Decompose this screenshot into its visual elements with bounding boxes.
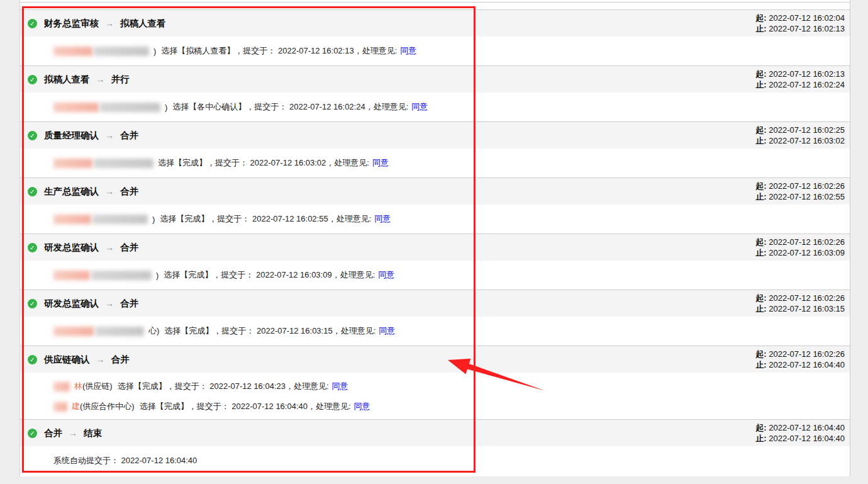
approver-dept-visible: ) bbox=[165, 103, 167, 112]
end-time: 止: 2022-07-12 16:03:15 bbox=[755, 303, 845, 314]
check-circle-icon: ✓ bbox=[28, 19, 37, 28]
start-time-value: 2022-07-12 16:04:40 bbox=[769, 423, 845, 432]
step-to-label: 合并 bbox=[120, 298, 138, 310]
approval-record: ) 选择【拟稿人查看】，提交于： 2022-07-12 16:02:13，处理意… bbox=[20, 37, 850, 65]
step-from-label: 拟稿人查看 bbox=[44, 74, 90, 86]
opinion-link[interactable]: 同意 bbox=[378, 269, 394, 281]
start-time-label: 起: bbox=[755, 13, 766, 23]
approval-record: 系统自动提交于： 2022-07-12 16:04:40 bbox=[20, 446, 850, 475]
step-times: 起: 2022-07-12 16:02:13 止: 2022-07-12 16:… bbox=[755, 69, 845, 90]
workflow-step: ✓ 研发总监确认 → 合并 起: 2022-07-12 16:02:26 止: … bbox=[20, 234, 850, 290]
step-header-band: ✓ 财务总监审核 → 拟稿人查看 起: 2022-07-12 16:02:04 … bbox=[20, 9, 850, 37]
approval-action-text: 选择【完成】，提交于： 2022-07-12 16:04:40，处理意见: bbox=[140, 401, 351, 412]
end-time-label: 止: bbox=[755, 360, 766, 369]
redacted-name-blur bbox=[53, 271, 90, 280]
workflow-step: ✓ 供应链确认 → 合并 起: 2022-07-12 16:02:26 止: 2… bbox=[20, 346, 850, 419]
approval-action-text: 选择【完成】，提交于： 2022-07-12 16:04:23，处理意见: bbox=[118, 381, 329, 392]
approver-dept-visible: 心) bbox=[148, 325, 159, 337]
approver-dept-visible: (供应合作中心) bbox=[80, 401, 135, 412]
end-time-value: 2022-07-12 16:02:55 bbox=[769, 192, 845, 201]
approval-record: 林 (供应链) 选择【完成】，提交于： 2022-07-12 16:04:23，… bbox=[20, 376, 850, 397]
approver-dept-visible: ) bbox=[153, 47, 156, 56]
approver-name-visible: 建 bbox=[72, 401, 80, 412]
step-title: ✓ 财务总监审核 → 拟稿人查看 bbox=[28, 18, 166, 30]
opinion-link[interactable]: 同意 bbox=[400, 45, 416, 57]
redacted-approver-name bbox=[53, 402, 67, 412]
end-time-value: 2022-07-12 16:04:40 bbox=[769, 434, 845, 443]
opinion-link[interactable]: 同意 bbox=[379, 325, 395, 337]
approval-record: ) 选择【完成】，提交于： 2022-07-12 16:03:09，处理意见: … bbox=[20, 261, 850, 290]
opinion-link[interactable]: 同意 bbox=[411, 101, 428, 113]
panel-top-divider bbox=[20, 2, 850, 9]
end-time: 止: 2022-07-12 16:04:40 bbox=[755, 433, 845, 444]
opinion-link[interactable]: 同意 bbox=[372, 157, 389, 169]
step-times: 起: 2022-07-12 16:02:04 止: 2022-07-12 16:… bbox=[755, 13, 845, 34]
redacted-name-blur bbox=[53, 103, 99, 112]
step-from-label: 财务总监审核 bbox=[44, 18, 99, 30]
step-to-label: 合并 bbox=[120, 130, 138, 142]
end-time-value: 2022-07-12 16:03:09 bbox=[769, 248, 845, 257]
redacted-approver-name bbox=[53, 382, 70, 391]
check-circle-icon: ✓ bbox=[28, 131, 37, 140]
step-header-band: ✓ 合并 → 结束 起: 2022-07-12 16:04:40 止: 2022… bbox=[20, 419, 850, 446]
start-time: 起: 2022-07-12 16:02:25 bbox=[755, 125, 845, 135]
opinion-link[interactable]: 同意 bbox=[332, 381, 348, 392]
step-title: ✓ 研发总监确认 → 合并 bbox=[28, 242, 138, 254]
end-time: 止: 2022-07-12 16:02:13 bbox=[755, 23, 845, 34]
opinion-link[interactable]: 同意 bbox=[354, 401, 370, 412]
workflow-step: ✓ 质量经理确认 → 合并 起: 2022-07-12 16:02:25 止: … bbox=[20, 121, 850, 177]
start-time-label: 起: bbox=[755, 423, 766, 432]
approval-action-text: 选择【完成】，提交于： 2022-07-12 16:03:15，处理意见: bbox=[164, 325, 376, 337]
step-title: ✓ 质量经理确认 → 合并 bbox=[28, 130, 138, 142]
step-title: ✓ 合并 → 结束 bbox=[28, 427, 102, 439]
step-details: 林 (供应链) 选择【完成】，提交于： 2022-07-12 16:04:23，… bbox=[20, 373, 850, 419]
approval-action-text: 选择【拟稿人查看】，提交于： 2022-07-12 16:02:13，处理意见: bbox=[161, 45, 397, 57]
start-time-value: 2022-07-12 16:02:26 bbox=[769, 237, 845, 247]
step-to-label: 拟稿人查看 bbox=[120, 18, 166, 30]
step-to-label: 并行 bbox=[111, 74, 130, 86]
start-time: 起: 2022-07-12 16:02:13 bbox=[755, 69, 845, 79]
approver-dept-visible: ) bbox=[156, 271, 159, 280]
step-to-label: 合并 bbox=[120, 242, 138, 254]
opinion-link[interactable]: 同意 bbox=[374, 213, 391, 225]
check-circle-icon: ✓ bbox=[28, 355, 37, 364]
approval-record: 心) 选择【完成】，提交于： 2022-07-12 16:03:15，处理意见:… bbox=[20, 317, 850, 346]
start-time: 起: 2022-07-12 16:02:26 bbox=[755, 181, 845, 191]
start-time-label: 起: bbox=[755, 237, 766, 247]
approval-record: 建 (供应合作中心) 选择【完成】，提交于： 2022-07-12 16:04:… bbox=[20, 397, 850, 417]
step-times: 起: 2022-07-12 16:02:25 止: 2022-07-12 16:… bbox=[755, 125, 845, 146]
workflow-step: ✓ 生产总监确认 → 合并 起: 2022-07-12 16:02:26 止: … bbox=[20, 177, 850, 234]
step-details: ) 选择【完成】，提交于： 2022-07-12 16:02:55，处理意见: … bbox=[20, 205, 850, 234]
approver-name-visible: 林 bbox=[74, 381, 82, 392]
arrow-right-icon: → bbox=[96, 354, 105, 364]
step-title: ✓ 研发总监确认 → 合并 bbox=[28, 298, 138, 310]
step-times: 起: 2022-07-12 16:02:26 止: 2022-07-12 16:… bbox=[755, 349, 845, 370]
step-header-band: ✓ 研发总监确认 → 合并 起: 2022-07-12 16:02:26 止: … bbox=[20, 234, 850, 261]
step-header-band: ✓ 质量经理确认 → 合并 起: 2022-07-12 16:02:25 止: … bbox=[20, 121, 850, 149]
step-from-label: 合并 bbox=[44, 427, 62, 439]
step-details: 系统自动提交于： 2022-07-12 16:04:40 bbox=[20, 446, 850, 475]
check-circle-icon: ✓ bbox=[28, 243, 37, 252]
step-title: ✓ 供应链确认 → 合并 bbox=[28, 354, 130, 366]
redacted-approver-name bbox=[53, 159, 153, 168]
approval-action-text: 系统自动提交于： 2022-07-12 16:04:40 bbox=[53, 455, 197, 466]
end-time-label: 止: bbox=[755, 136, 766, 145]
end-time-value: 2022-07-12 16:02:24 bbox=[769, 80, 845, 89]
start-time-label: 起: bbox=[755, 69, 766, 79]
arrow-right-icon: → bbox=[69, 428, 77, 438]
redacted-dept-blur bbox=[91, 271, 152, 280]
step-details: 选择【完成】，提交于： 2022-07-12 16:03:02，处理意见: 同意 bbox=[20, 149, 850, 177]
end-time-value: 2022-07-12 16:03:02 bbox=[769, 136, 845, 145]
workflow-history-panel: ✓ 财务总监审核 → 拟稿人查看 起: 2022-07-12 16:02:04 … bbox=[19, 0, 850, 476]
check-circle-icon: ✓ bbox=[28, 429, 37, 438]
step-details: ) 选择【各中心确认】，提交于： 2022-07-12 16:02:24，处理意… bbox=[20, 93, 850, 121]
check-circle-icon: ✓ bbox=[28, 187, 37, 196]
redacted-approver-name bbox=[53, 327, 144, 336]
start-time-value: 2022-07-12 16:02:26 bbox=[769, 293, 845, 303]
step-header-band: ✓ 供应链确认 → 合并 起: 2022-07-12 16:02:26 止: 2… bbox=[20, 346, 850, 373]
end-time-label: 止: bbox=[755, 248, 766, 257]
end-time-label: 止: bbox=[755, 434, 766, 443]
approval-record: ) 选择【完成】，提交于： 2022-07-12 16:02:55，处理意见: … bbox=[20, 205, 850, 234]
redacted-name-blur bbox=[53, 327, 94, 336]
arrow-right-icon: → bbox=[105, 186, 114, 196]
